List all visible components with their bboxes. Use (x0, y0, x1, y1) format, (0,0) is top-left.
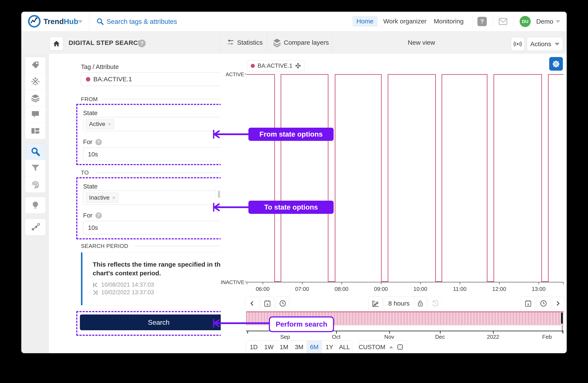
sidebar-item-layers[interactable] (25, 90, 46, 106)
range-1y[interactable]: 1Y (322, 341, 337, 353)
minimap-month-label: Dec (435, 334, 445, 340)
from-for-row: For ? (83, 138, 102, 146)
sidebar-item-comment[interactable] (25, 106, 46, 123)
range-1m[interactable]: 1M (276, 341, 292, 353)
axis-tick (539, 282, 539, 285)
digital-step-search-panel: Tag / Attribute BA:ACTIVE.1 FROM State A… (49, 54, 221, 353)
digital-step-plot[interactable] (247, 74, 564, 282)
gear-icon (552, 60, 560, 68)
to-state-chip[interactable]: Inactive × (86, 192, 119, 203)
lightbulb-icon (31, 201, 40, 210)
range-6m[interactable]: 6M (307, 341, 322, 353)
help-icon[interactable]: ? (477, 17, 487, 26)
annotation-perform-search: Perform search (269, 316, 334, 332)
user-menu-chevron-icon[interactable] (556, 20, 560, 23)
x-axis-label: 13:00 (532, 286, 546, 292)
top-header: TrendHub Search tags & attributes Home W… (21, 12, 567, 31)
minimap-tick (247, 331, 248, 334)
page-title: DIGITAL STEP SEARCH (69, 39, 143, 46)
range-all[interactable]: ALL (337, 341, 352, 353)
nav-home[interactable]: Home (352, 16, 378, 27)
minimap-month-label: Sep (280, 334, 290, 340)
user-name[interactable]: Demo (536, 16, 553, 27)
chevron-right-icon (556, 301, 560, 306)
chip-remove-icon[interactable]: × (112, 194, 115, 201)
sidebar-item-search[interactable] (25, 143, 46, 160)
title-help-icon[interactable]: ? (138, 39, 146, 47)
for-help-icon[interactable]: ? (95, 212, 102, 219)
sidebar-item-dashboard[interactable] (25, 123, 46, 139)
end-date-button[interactable] (521, 296, 535, 310)
custom-range-button[interactable]: CUSTOM (359, 341, 393, 353)
clock-icon (279, 300, 286, 307)
x-axis-label: 08:00 (335, 286, 349, 292)
move-icon[interactable] (295, 63, 301, 69)
network-graph-icon (30, 222, 40, 232)
sidebar-item-formula[interactable] (25, 73, 46, 90)
x-axis-label: 06:00 (256, 286, 270, 292)
brand-name[interactable]: TrendHub (43, 17, 78, 26)
statistics-button[interactable]: Statistics (237, 39, 263, 46)
mail-icon[interactable] (498, 17, 508, 26)
start-time-button[interactable] (276, 296, 290, 310)
tag-attribute-value: BA:ACTIVE.1 (93, 76, 132, 83)
chip-remove-icon[interactable]: × (108, 121, 111, 127)
avatar[interactable]: DU (520, 16, 531, 27)
series-color-dot (86, 77, 90, 81)
x-axis-label: 09:00 (374, 286, 388, 292)
start-date-button[interactable] (260, 296, 274, 310)
chart-settings-button[interactable] (549, 57, 563, 71)
filter-icon (31, 163, 40, 172)
end-time-button[interactable] (536, 296, 550, 310)
global-search-input[interactable]: Search tags & attributes (106, 18, 177, 25)
nav-monitoring[interactable]: Monitoring (434, 16, 463, 27)
history-button[interactable] (428, 296, 442, 310)
compare-layers-button[interactable]: Compare layers (284, 39, 329, 46)
view-name[interactable]: New view (332, 39, 511, 46)
annotation-to-state: To state options (248, 201, 334, 214)
view-toolbar: DIGITAL STEP SEARCH ? Statistics Compare… (21, 31, 567, 54)
range-1d[interactable]: 1D (246, 341, 261, 353)
duration-value[interactable]: 8 hours (384, 300, 414, 307)
annotation-arrow-perform-search (213, 319, 269, 328)
nav-work-organizer[interactable]: Work organizer (383, 16, 426, 27)
search-period-label: SEARCH PERIOD (81, 243, 128, 249)
range-1w[interactable]: 1W (261, 341, 276, 353)
sidebar-item-context-graph[interactable] (25, 219, 46, 235)
period-start-row: 10/08/2021 14:37:03 (93, 282, 154, 288)
axis-tick (420, 282, 421, 285)
live-mode-button[interactable] (511, 37, 525, 51)
pan-left-button[interactable] (245, 296, 259, 310)
sidebar-item-lightbulb[interactable] (25, 197, 46, 213)
header-divider (89, 12, 89, 31)
actions-chevron-icon (555, 43, 559, 46)
home-view-button[interactable] (50, 37, 63, 50)
chart-type-button[interactable] (368, 296, 382, 310)
actions-button[interactable]: Actions (527, 37, 563, 51)
sidebar-item-filter[interactable] (25, 160, 46, 176)
search-tool-icon (30, 147, 40, 156)
brand-light: Hub (64, 17, 78, 25)
grip-icon (217, 190, 220, 198)
period-start-value: 10/08/2021 14:37:03 (101, 282, 154, 288)
search-period-card: This reflects the time range specified i… (81, 252, 245, 305)
legend-chip[interactable]: BA:ACTIVE.1 (247, 60, 304, 71)
lock-duration-button[interactable] (414, 300, 426, 306)
search-icon (96, 18, 104, 25)
lock-icon (417, 300, 423, 306)
from-state-select[interactable]: Active × (83, 117, 244, 131)
duration-control[interactable]: 8 hours (384, 296, 427, 310)
to-for-label: For (83, 212, 92, 219)
range-3m[interactable]: 3M (292, 341, 307, 353)
sidebar-item-tag[interactable] (25, 57, 46, 73)
pan-right-button[interactable] (552, 296, 564, 310)
minimap-scrubber-handle[interactable] (561, 313, 563, 324)
actions-label: Actions (530, 40, 551, 48)
brand-menu-chevron-icon[interactable] (78, 20, 83, 23)
from-state-chip[interactable]: Active × (86, 119, 114, 129)
for-help-icon[interactable]: ? (95, 139, 102, 145)
expand-timebar-button[interactable] (393, 341, 407, 353)
sidebar-group-context (25, 219, 46, 235)
comment-icon (31, 110, 40, 119)
sidebar-item-fingerprint[interactable] (25, 176, 46, 192)
